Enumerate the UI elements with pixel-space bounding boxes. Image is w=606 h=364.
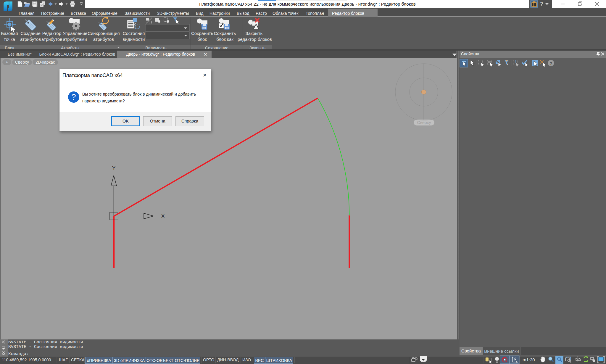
svg-text:X: X — [161, 213, 165, 219]
svg-text:?: ? — [549, 61, 552, 66]
svg-text:?: ? — [540, 1, 543, 7]
svg-text:Y: Y — [112, 165, 115, 171]
svg-text:Сверху: Сверху — [417, 120, 431, 125]
